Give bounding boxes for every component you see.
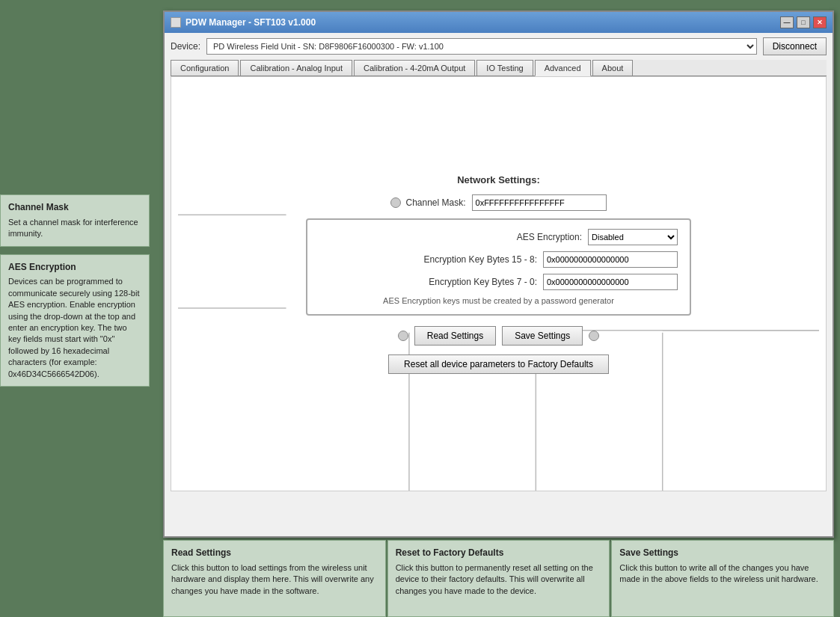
device-label: Device: [171,41,200,52]
minimize-button[interactable]: — [780,16,794,28]
channel-mask-label: Channel Mask: [405,197,465,208]
factory-reset-button[interactable]: Reset all device parameters to Factory D… [388,354,609,374]
aes-encryption-select[interactable]: Disabled Enabled [588,229,678,245]
network-settings-title: Network Settings: [306,174,691,185]
read-settings-dot [398,331,408,341]
channel-mask-dot [390,197,401,208]
device-select[interactable]: PD Wireless Field Unit - SN: D8F9806F160… [206,38,757,55]
channel-mask-row: Channel Mask: [306,194,691,211]
save-settings-button[interactable]: Save Settings [502,326,583,346]
tab-advanced[interactable]: Advanced [535,60,591,76]
channel-mask-input[interactable] [472,194,607,211]
enc-key-bytes-15-input[interactable] [543,251,678,268]
channel-mask-tooltip-title: Channel Mask [8,201,141,214]
enc-key-bytes-15-row: Encryption Key Bytes 15 - 8: [319,251,678,268]
aes-encryption-row: AES Encryption: Disabled Enabled [319,229,678,245]
factory-reset-tooltip-text: Click this button to permanently reset a… [396,562,602,597]
aes-note: AES Encryption keys must be created by a… [319,296,678,305]
read-settings-button[interactable]: Read Settings [414,326,496,346]
tab-configuration[interactable]: Configuration [171,60,239,76]
main-window: PDW Manager - SFT103 v1.000 — □ ✕ Device… [163,10,834,538]
enc-key-bytes-7-input[interactable] [543,274,678,290]
aes-encryption-tooltip: AES Encryption Devices can be programmed… [0,254,150,387]
maximize-button[interactable]: □ [797,16,810,28]
tab-content: Network Settings: Channel Mask: AES Encr… [171,76,827,491]
title-bar: PDW Manager - SFT103 v1.000 — □ ✕ [165,12,833,33]
factory-reset-row: Reset all device parameters to Factory D… [306,354,691,374]
aes-encryption-tooltip-text: Devices can be programmed to communicate… [8,276,141,380]
factory-reset-tooltip: Reset to Factory Defaults Click this but… [387,540,610,617]
save-settings-tooltip-text: Click this button to write all of the ch… [619,562,826,586]
bottom-tooltips: Read Settings Click this button to load … [163,540,834,617]
enc-key-bytes-15-label: Encryption Key Bytes 15 - 8: [424,254,537,265]
read-settings-tooltip-title: Read Settings [171,547,378,559]
channel-mask-tooltip: Channel Mask Set a channel mask for inte… [0,194,150,247]
close-button[interactable]: ✕ [813,16,827,28]
app-icon [171,17,181,28]
read-settings-tooltip-text: Click this button to load settings from … [171,562,378,597]
buttons-row: Read Settings Save Settings [306,326,691,346]
content-area: Device: PD Wireless Field Unit - SN: D8F… [165,33,833,496]
save-settings-tooltip: Save Settings Click this button to write… [611,540,834,617]
save-settings-tooltip-title: Save Settings [619,547,826,559]
tab-calibration-analog[interactable]: Calibration - Analog Input [240,60,352,76]
tab-io-testing[interactable]: IO Testing [476,60,533,76]
channel-mask-tooltip-text: Set a channel mask for interference immu… [8,217,141,240]
aes-encryption-tooltip-title: AES Encryption [8,261,141,274]
aes-encryption-box: AES Encryption: Disabled Enabled Encrypt… [306,218,691,316]
left-tooltips: Channel Mask Set a channel mask for inte… [0,194,150,387]
network-settings: Network Settings: Channel Mask: AES Encr… [306,174,691,374]
title-bar-left: PDW Manager - SFT103 v1.000 [171,17,316,28]
save-settings-dot [589,331,599,341]
tabs-bar: Configuration Calibration - Analog Input… [171,60,827,76]
aes-encryption-label: AES Encryption: [517,232,582,242]
window-title: PDW Manager - SFT103 v1.000 [186,17,316,28]
enc-key-bytes-7-label: Encryption Key Bytes 7 - 0: [429,277,537,287]
factory-reset-tooltip-title: Reset to Factory Defaults [396,547,602,559]
device-row: Device: PD Wireless Field Unit - SN: D8F… [171,37,827,55]
read-settings-tooltip: Read Settings Click this button to load … [163,540,386,617]
tab-about[interactable]: About [592,60,634,76]
window-controls: — □ ✕ [780,16,827,28]
tab-calibration-420ma[interactable]: Calibration - 4-20mA Output [354,60,475,76]
disconnect-button[interactable]: Disconnect [763,37,827,55]
enc-key-bytes-7-row: Encryption Key Bytes 7 - 0: [319,274,678,290]
